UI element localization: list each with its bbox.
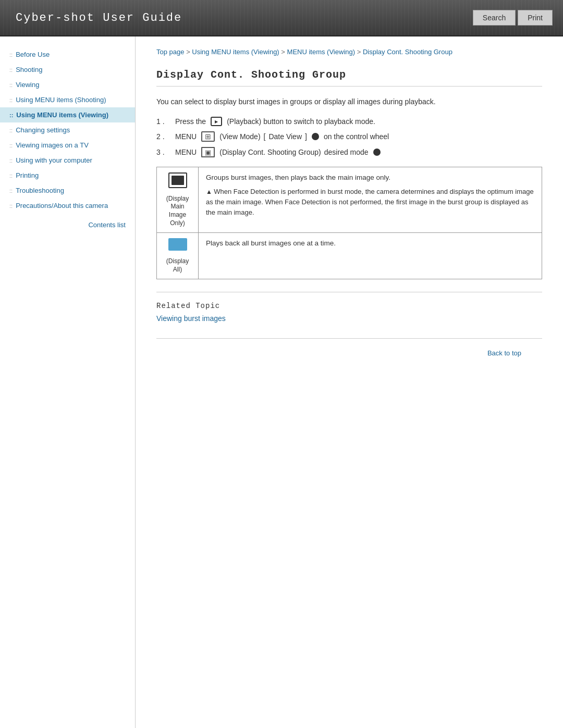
warning-triangle-icon: ▲ [206, 188, 214, 195]
breadcrumb-item-1[interactable]: Top page [156, 48, 185, 56]
header: Cyber-shot User Guide Search Print [0, 0, 563, 36]
step-2-view-mode: (View Mode) [219, 132, 260, 141]
sidebar-item-viewing-tv[interactable]: Viewing images on a TV [0, 138, 135, 153]
step-2-date-view: Date View [268, 132, 302, 141]
viewmode-icon [201, 131, 215, 142]
mode-desc-1-main: Groups burst images, then plays back the… [206, 172, 534, 183]
back-to-top-link[interactable]: Back to top [487, 349, 521, 357]
step-1-text-after: (Playback) button to switch to playback … [227, 117, 375, 126]
breadcrumb-sep-2: > [281, 48, 287, 56]
step-1-num: 1 . [156, 117, 172, 126]
mode-description-cell-1: Groups burst images, then plays back the… [199, 167, 542, 232]
breadcrumb-item-4[interactable]: Display Cont. Shooting Group [363, 48, 452, 56]
breadcrumb-item-3[interactable]: MENU items (Viewing) [287, 48, 356, 56]
search-button[interactable]: Search [473, 10, 516, 26]
step-3-desired-mode: desired mode [324, 148, 369, 156]
back-to-top-row: Back to top [156, 338, 542, 362]
sidebar-item-menu-viewing[interactable]: Using MENU items (Viewing) [0, 107, 135, 122]
display-group-icon [201, 147, 215, 157]
step-3-display-text: (Display Cont. Shooting Group) [219, 148, 321, 156]
sidebar-item-using-computer[interactable]: Using with your computer [0, 153, 135, 168]
step-3: 3 . MENU (Display Cont. Shooting Group) … [156, 147, 542, 157]
related-topic: Related Topic Viewing burst images [156, 292, 542, 323]
step-2-bracket-open: [ [264, 132, 266, 141]
steps: 1 . Press the (Playback) button to switc… [156, 117, 542, 157]
content-area: Top page > Using MENU items (Viewing) > … [136, 36, 563, 728]
app-title: Cyber-shot User Guide [0, 11, 182, 24]
breadcrumb-sep-1: > [186, 48, 192, 56]
header-buttons: Search Print [473, 10, 563, 26]
sidebar-item-printing[interactable]: Printing [0, 168, 135, 183]
step-3-menu-label: MENU [175, 148, 197, 156]
step-3-dot [373, 149, 381, 156]
sidebar-item-troubleshooting[interactable]: Troubleshooting [0, 183, 135, 198]
display-main-icon [168, 172, 187, 188]
breadcrumb: Top page > Using MENU items (Viewing) > … [156, 47, 542, 57]
contents-list-link[interactable]: Contents list [0, 213, 135, 229]
print-button[interactable]: Print [518, 10, 553, 26]
step-2-text-after: on the control wheel [324, 132, 389, 141]
description: You can select to display burst images i… [156, 96, 542, 107]
sidebar-item-before-use[interactable]: Before Use [0, 47, 135, 62]
step-2: 2 . MENU (View Mode) [ Date View ] on th… [156, 131, 542, 142]
playback-icon [211, 117, 222, 126]
step-2-num: 2 . [156, 132, 172, 141]
mode-row-2: (DisplayAll) Plays back all burst images… [157, 233, 542, 279]
sidebar-nav: Before Use Shooting Viewing Using MENU i… [0, 47, 135, 213]
mode-desc-2: Plays back all burst images one at a tim… [206, 239, 336, 247]
mode-description-cell-2: Plays back all burst images one at a tim… [199, 233, 542, 279]
sidebar: Before Use Shooting Viewing Using MENU i… [0, 36, 136, 728]
mode-table: (DisplayMainImageOnly) Groups burst imag… [156, 167, 542, 279]
mode-desc-1-note: ▲ When Face Detection is performed in bu… [206, 187, 534, 218]
sidebar-item-menu-shooting[interactable]: Using MENU items (Shooting) [0, 92, 135, 107]
step-1: 1 . Press the (Playback) button to switc… [156, 117, 542, 126]
mode-label-2: (DisplayAll) [164, 257, 191, 274]
mode-row-1: (DisplayMainImageOnly) Groups burst imag… [157, 167, 542, 232]
related-topic-link[interactable]: Viewing burst images [156, 314, 226, 323]
related-topic-title: Related Topic [156, 302, 542, 310]
step-2-menu-label: MENU [175, 132, 197, 141]
mode-icon-cell-1: (DisplayMainImageOnly) [157, 167, 199, 232]
mode-label-1: (DisplayMainImageOnly) [164, 195, 191, 227]
main-layout: Before Use Shooting Viewing Using MENU i… [0, 36, 563, 728]
step-1-text-before: Press the [175, 117, 206, 126]
page-title: Display Cont. Shooting Group [156, 69, 542, 87]
step-2-bracket-close: ] [305, 132, 307, 141]
breadcrumb-sep-3: > [357, 48, 363, 56]
display-all-icon [168, 238, 187, 251]
sidebar-item-changing-settings[interactable]: Changing settings [0, 122, 135, 138]
sidebar-item-precautions[interactable]: Precautions/About this camera [0, 198, 135, 213]
breadcrumb-item-2[interactable]: Using MENU items (Viewing) [192, 48, 279, 56]
step-3-num: 3 . [156, 148, 172, 156]
mode-icon-cell-2: (DisplayAll) [157, 233, 199, 279]
step-2-dot [312, 133, 319, 140]
sidebar-item-viewing[interactable]: Viewing [0, 77, 135, 92]
sidebar-item-shooting[interactable]: Shooting [0, 62, 135, 77]
